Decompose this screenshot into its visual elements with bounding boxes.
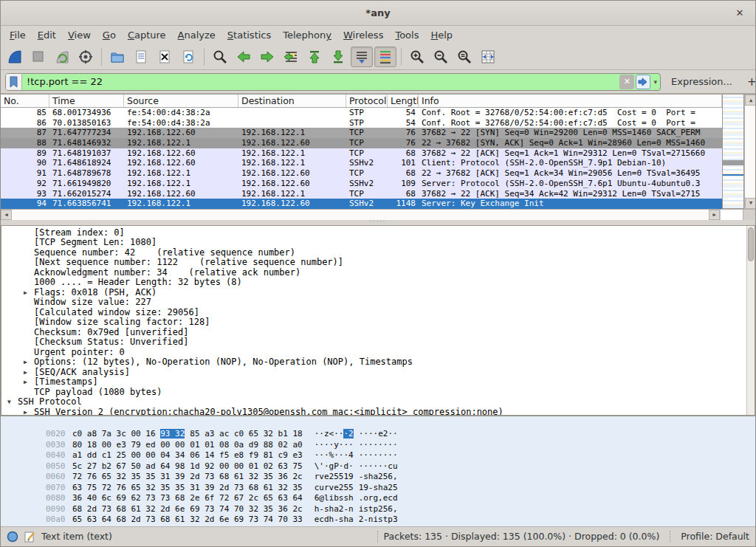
stop-capture-button[interactable] (27, 47, 49, 67)
close-window-button[interactable]: ✕ (733, 7, 746, 20)
menu-item[interactable]: Edit (32, 27, 62, 43)
expander-icon[interactable]: ▶ (24, 407, 34, 416)
column-header[interactable]: Length (388, 94, 419, 107)
save-file-button[interactable] (130, 47, 152, 67)
expander-icon[interactable] (24, 388, 34, 398)
zoom-in-button[interactable] (406, 47, 428, 67)
add-filter-button[interactable]: + (747, 75, 756, 89)
scroll-up-arrow[interactable]: ▲ (745, 94, 755, 106)
resize-columns-button[interactable] (477, 47, 499, 67)
detail-line[interactable]: Checksum: 0x79ed [unverified] (1, 328, 755, 338)
column-header[interactable]: Protocol (346, 94, 388, 107)
packet-row[interactable]: 88 71.648146932 192.168.122.1 192.168.12… (1, 138, 722, 148)
find-packet-button[interactable] (209, 47, 231, 67)
column-header[interactable]: Info (419, 94, 722, 107)
detail-line[interactable]: ▶[Timestamps] (1, 377, 755, 388)
expander-icon[interactable]: ▶ (24, 288, 34, 298)
capture-options-button[interactable] (75, 47, 97, 67)
apply-filter-button[interactable] (636, 75, 650, 89)
detail-line[interactable]: Urgent pointer: 0 (1, 348, 755, 358)
expander-icon[interactable] (24, 268, 34, 278)
detail-line[interactable]: TCP payload (1080 bytes) (1, 388, 755, 398)
detail-line[interactable]: [Checksum Status: Unverified] (1, 337, 755, 348)
open-file-button[interactable] (106, 47, 128, 67)
column-header[interactable]: Time (49, 94, 124, 107)
packet-list-vertical-scrollbar[interactable]: ▲ ▼ (744, 94, 755, 209)
expander-icon[interactable] (24, 238, 34, 248)
menu-item[interactable]: Analyze (172, 27, 221, 43)
expander-icon[interactable] (24, 297, 34, 308)
zoom-out-button[interactable] (430, 47, 452, 67)
detail-line[interactable]: [Calculated window size: 29056] (1, 308, 755, 318)
column-header[interactable]: Source (124, 94, 238, 107)
packet-row[interactable]: 92 71.661949820 192.168.122.1 192.168.12… (1, 179, 722, 189)
detail-line[interactable]: [Stream index: 0] (1, 228, 755, 238)
expert-info-icon[interactable] (7, 531, 18, 543)
scroll-left-arrow[interactable]: ◀ (1, 210, 12, 220)
packet-minimap[interactable] (722, 94, 744, 209)
capture-comment-icon[interactable] (24, 531, 35, 543)
detail-line[interactable]: ▶SSH Version 2 (encryption:chacha20-poly… (1, 407, 755, 416)
menu-item[interactable]: Statistics (221, 27, 277, 43)
menu-item[interactable]: Help (425, 27, 458, 43)
scroll-trough[interactable] (745, 106, 755, 198)
packet-row[interactable]: 86 70.013850163 fe:54:00:d4:38:2a STP 54… (1, 118, 722, 128)
go-to-top-button[interactable] (303, 47, 326, 67)
detail-line[interactable]: [Window size scaling factor: 128] (1, 317, 755, 328)
column-header[interactable]: No. (1, 94, 49, 107)
scroll-down-arrow[interactable]: ▼ (745, 198, 755, 209)
column-header[interactable]: Destination (238, 94, 346, 107)
zoom-reset-button[interactable] (453, 47, 475, 67)
packet-row[interactable]: 85 68.001734936 fe:54:00:d4:38:2a STP 54… (1, 108, 722, 118)
menu-item[interactable]: Wireless (337, 27, 389, 43)
go-forward-button[interactable] (256, 47, 278, 67)
packet-row[interactable]: 91 71.648789678 192.168.122.1 192.168.12… (1, 168, 722, 179)
go-back-button[interactable] (233, 47, 255, 67)
menu-item[interactable]: Tools (389, 27, 425, 43)
scroll-trough[interactable] (12, 210, 709, 220)
expander-icon[interactable] (24, 337, 34, 348)
expander-icon[interactable]: ▶ (24, 368, 34, 378)
go-to-packet-button[interactable] (280, 47, 302, 67)
menu-item[interactable]: File (4, 27, 32, 43)
filter-history-dropdown[interactable]: ▾ (652, 78, 660, 86)
restart-capture-button[interactable] (51, 47, 73, 67)
detail-line[interactable]: [TCP Segment Len: 1080] (1, 238, 755, 248)
details-vertical-scrollbar[interactable] (746, 226, 755, 415)
colorize-packets-button[interactable] (374, 47, 396, 67)
expander-icon[interactable]: ▼ (7, 397, 18, 407)
expander-icon[interactable] (24, 328, 34, 338)
detail-line[interactable]: ▼SSH Protocol (1, 397, 755, 407)
filter-bookmark-button[interactable] (6, 74, 22, 90)
detail-line[interactable]: Acknowledgment number: 34 (relative ack … (1, 268, 755, 278)
expander-icon[interactable]: ▶ (24, 377, 34, 388)
go-to-bottom-button[interactable] (327, 47, 349, 67)
pane-splitter[interactable]: ····· (1, 220, 755, 225)
packet-row[interactable]: 93 71.662015274 192.168.122.60 192.168.1… (1, 189, 722, 199)
expander-icon[interactable] (24, 228, 34, 238)
detail-line[interactable]: 1000 .... = Header Length: 32 bytes (8) (1, 278, 755, 288)
detail-line[interactable]: Sequence number: 42 (relative sequence n… (1, 248, 755, 258)
scroll-thumb[interactable] (748, 227, 754, 261)
profile-label[interactable]: Profile: Default (681, 531, 749, 542)
expression-button[interactable]: Expression... (665, 76, 738, 87)
display-filter-input[interactable] (22, 76, 619, 87)
auto-scroll-button[interactable] (351, 47, 373, 67)
hex-row[interactable]: 0020c0 a8 7a 3c 00 16 93 3285 a3 ac c0 6… (7, 419, 755, 430)
expander-icon[interactable] (24, 278, 34, 288)
packet-row[interactable]: 87 71.647777234 192.168.122.60 192.168.1… (1, 128, 722, 138)
expander-icon[interactable] (24, 308, 34, 318)
detail-line[interactable]: ▶Options: (12 bytes), No-Operation (NOP)… (1, 357, 755, 368)
menu-item[interactable]: View (62, 27, 97, 43)
menu-item[interactable]: Go (97, 27, 122, 43)
packet-row[interactable]: 94 71.663856741 192.168.122.1 192.168.12… (1, 199, 722, 209)
close-file-button[interactable] (154, 47, 176, 67)
detail-line[interactable]: ▶Flags: 0x018 (PSH, ACK) (1, 288, 755, 298)
expander-icon[interactable] (24, 258, 34, 268)
expander-icon[interactable] (24, 248, 34, 258)
expander-icon[interactable]: ▶ (24, 357, 34, 368)
packet-row[interactable]: 89 71.648191037 192.168.122.60 192.168.1… (1, 148, 722, 159)
reload-file-button[interactable] (177, 47, 199, 67)
packet-row[interactable]: 90 71.648618924 192.168.122.60 192.168.1… (1, 158, 722, 168)
detail-line[interactable]: [Next sequence number: 1122 (relative se… (1, 258, 755, 268)
